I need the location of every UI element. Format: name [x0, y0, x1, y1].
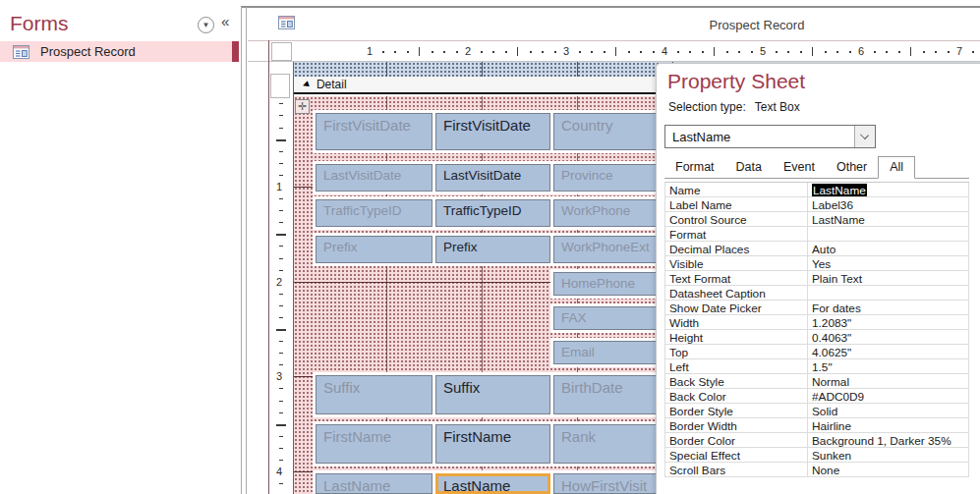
- form-label-box[interactable]: FAX: [553, 306, 668, 330]
- form-label-box[interactable]: Province: [553, 164, 668, 192]
- property-value-cell[interactable]: None: [808, 463, 969, 476]
- property-value-cell[interactable]: Yes: [808, 256, 969, 270]
- property-value-cell[interactable]: Solid: [808, 404, 969, 417]
- form-textbox[interactable]: TrafficTypeID: [435, 199, 550, 227]
- property-value-cell[interactable]: Hairline: [808, 418, 969, 432]
- document-tab-title[interactable]: Prospect Record: [639, 18, 875, 32]
- form-textbox[interactable]: Suffix: [435, 375, 550, 414]
- property-value-cell[interactable]: Plain Text: [808, 271, 969, 285]
- ruler-tick: [604, 51, 605, 53]
- form-label-box[interactable]: FirstName: [316, 424, 432, 464]
- ruler-tick: [554, 51, 556, 53]
- property-value-cell[interactable]: For dates: [808, 301, 969, 314]
- chevron-down-icon[interactable]: [854, 126, 875, 147]
- form-label-box[interactable]: LastVisitDate: [316, 164, 432, 192]
- form-textbox[interactable]: FirstName: [435, 424, 550, 464]
- property-value-cell[interactable]: Background 1, Darker 35%: [808, 433, 969, 447]
- property-name-cell: Back Color: [665, 389, 808, 403]
- form-label-box[interactable]: LastName: [316, 473, 432, 494]
- ruler-tick: [836, 51, 838, 53]
- ruler-tick: [419, 47, 420, 56]
- ruler-tick: [456, 51, 458, 53]
- ruler-tick: [279, 294, 283, 295]
- property-value-cell[interactable]: Auto: [808, 242, 969, 255]
- navigation-pane: Forms ▼ « Prospect Record: [0, 0, 241, 494]
- property-value-cell[interactable]: #ADC0D9: [808, 389, 969, 403]
- property-value-cell[interactable]: 1.5": [808, 359, 969, 373]
- nav-item-prospect-record[interactable]: Prospect Record: [0, 41, 239, 62]
- ruler-tick: [825, 51, 827, 53]
- ruler-number: 5: [756, 45, 770, 57]
- form-label-box[interactable]: TrafficTypeID: [316, 199, 432, 227]
- document-tab-bar: Prospect Record: [248, 8, 980, 40]
- property-value-cell[interactable]: Sunken: [808, 448, 969, 462]
- form-label-box[interactable]: WorkPhone: [553, 199, 668, 227]
- ruler-tick: [738, 51, 740, 53]
- nav-item-accent-bar: [232, 41, 239, 62]
- ruler-tick: [279, 448, 283, 449]
- property-tab-event[interactable]: Event: [773, 157, 826, 178]
- move-handle-icon[interactable]: ✛: [295, 99, 310, 114]
- ruler-tick: [898, 51, 900, 53]
- ruler-tick: [279, 317, 283, 318]
- nav-splitter[interactable]: [241, 7, 242, 494]
- property-value-cell[interactable]: [808, 286, 969, 300]
- ruler-tick: [628, 51, 630, 53]
- form-label-box[interactable]: Rank: [553, 424, 668, 464]
- property-tab-other[interactable]: Other: [826, 157, 878, 178]
- form-textbox[interactable]: LastVisitDate: [435, 164, 550, 192]
- form-label-box[interactable]: Suffix: [316, 375, 432, 414]
- document-left-border: [268, 40, 269, 494]
- property-name-cell: Text Format: [665, 271, 808, 285]
- property-name-cell: Left: [665, 359, 808, 373]
- form-textbox[interactable]: FirstVisitDate: [435, 113, 550, 150]
- ruler-number: 1: [269, 181, 289, 192]
- ruler-tick: [751, 51, 753, 53]
- form-label-box[interactable]: Email: [553, 341, 668, 364]
- ruler-tick: [279, 401, 283, 402]
- ruler-tick: [689, 51, 691, 53]
- nav-collapse-button[interactable]: «: [221, 13, 229, 29]
- property-value-cell[interactable]: Label36: [808, 197, 969, 211]
- property-value-cell[interactable]: 4.0625": [808, 345, 969, 358]
- property-row: Left1.5": [665, 359, 969, 374]
- ruler-number: 7: [952, 45, 966, 57]
- property-value-cell[interactable]: [808, 227, 969, 241]
- property-value-cell[interactable]: LastName: [808, 183, 969, 196]
- ruler-tick: [279, 246, 283, 247]
- property-tab-format[interactable]: Format: [664, 157, 725, 178]
- property-value-cell[interactable]: LastName: [808, 212, 969, 226]
- tabbar-divider: [248, 40, 980, 41]
- property-row: Special EffectSunken: [665, 448, 969, 463]
- property-value-cell[interactable]: 0.4063": [808, 330, 969, 344]
- nav-menu-button[interactable]: ▼: [198, 17, 214, 33]
- ruler-tick: [279, 353, 283, 354]
- ruler-tick: [279, 460, 283, 461]
- ruler-tick: [279, 412, 283, 413]
- form-textbox[interactable]: Prefix: [435, 236, 550, 263]
- property-value-cell[interactable]: Normal: [808, 374, 969, 388]
- ruler-number: 3: [559, 45, 573, 57]
- ruler-tick: [394, 51, 396, 53]
- section-selector-box[interactable]: [270, 74, 290, 98]
- property-name-cell: Visible: [665, 256, 808, 270]
- property-tab-data[interactable]: Data: [725, 157, 773, 178]
- form-label-box[interactable]: Prefix: [316, 236, 432, 263]
- section-arrow-icon: ◄: [300, 79, 313, 91]
- control-selector-combo[interactable]: LastName: [664, 125, 876, 148]
- form-label-box[interactable]: Country: [553, 113, 668, 150]
- form-label-box[interactable]: HomePhone: [553, 272, 668, 296]
- form-label-box[interactable]: WorkPhoneExt: [553, 236, 668, 263]
- form-label-box[interactable]: HowFirstVisit: [553, 473, 668, 494]
- ruler-tick: [432, 51, 433, 53]
- property-name-cell: Special Effect: [665, 448, 808, 462]
- property-tab-all[interactable]: All: [878, 156, 915, 179]
- form-textbox[interactable]: LastName: [435, 473, 550, 494]
- ruler-tick: [279, 198, 283, 199]
- selection-type-label: Selection type:: [668, 100, 746, 114]
- property-value-cell[interactable]: 1.2083": [808, 315, 969, 329]
- form-label-box[interactable]: FirstVisitDate: [316, 113, 432, 150]
- combo-value: LastName: [672, 130, 730, 144]
- form-label-box[interactable]: BirthDate: [553, 375, 668, 414]
- form-icon: [13, 45, 29, 59]
